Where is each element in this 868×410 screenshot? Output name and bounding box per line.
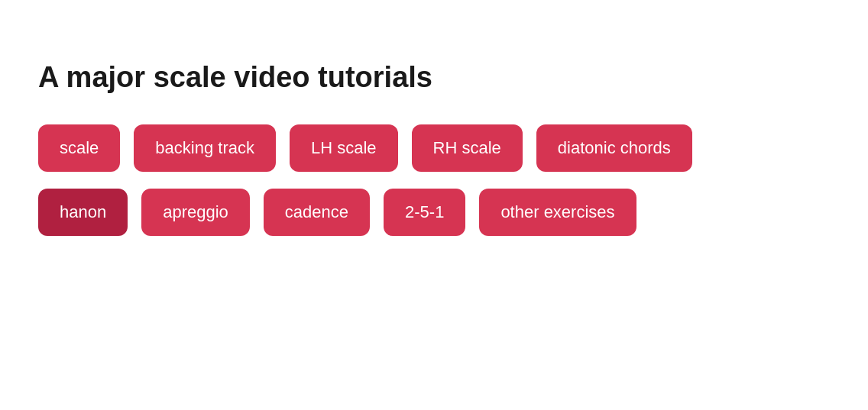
button-row-row2: hanonapreggiocadence2-5-1other exercises: [38, 189, 830, 236]
tag-button-other-exercises[interactable]: other exercises: [479, 189, 636, 236]
page-container: A major scale video tutorials scalebacki…: [0, 0, 868, 291]
button-rows: scalebacking trackLH scaleRH scalediaton…: [38, 124, 830, 236]
tag-button-cadence[interactable]: cadence: [264, 189, 370, 236]
tag-button-lh-scale[interactable]: LH scale: [290, 124, 398, 172]
tag-button-backing-track[interactable]: backing track: [134, 124, 276, 172]
tag-button-rh-scale[interactable]: RH scale: [412, 124, 523, 172]
tag-button-scale[interactable]: scale: [38, 124, 120, 172]
tag-button-apreggio[interactable]: apreggio: [141, 189, 250, 236]
tag-button-2-5-1[interactable]: 2-5-1: [384, 189, 465, 236]
page-title: A major scale video tutorials: [38, 61, 830, 94]
tag-button-hanon[interactable]: hanon: [38, 189, 128, 236]
tag-button-diatonic-chords[interactable]: diatonic chords: [536, 124, 692, 172]
button-row-row1: scalebacking trackLH scaleRH scalediaton…: [38, 124, 830, 172]
